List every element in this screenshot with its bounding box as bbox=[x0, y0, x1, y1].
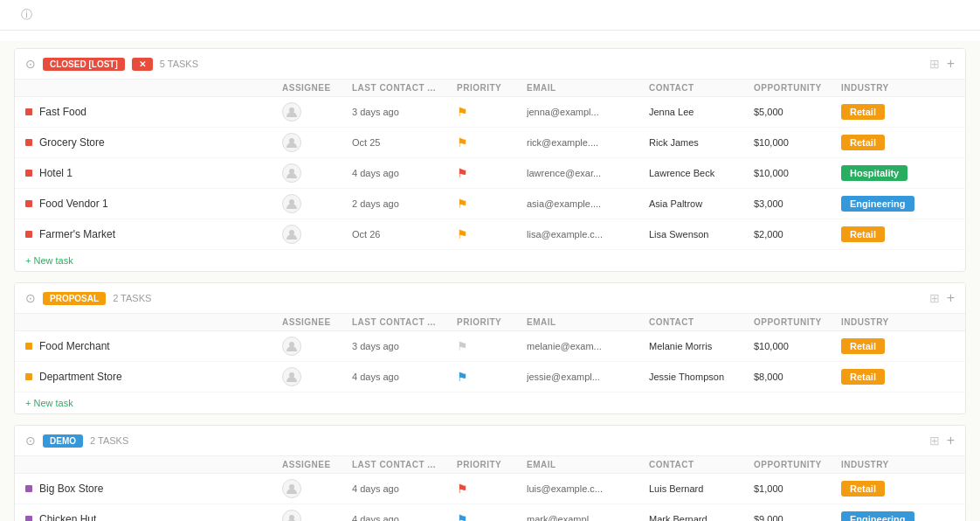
section-badge-demo: DEMO bbox=[43, 434, 83, 448]
email: jenna@exampl... bbox=[527, 107, 649, 117]
task-name: Food Merchant bbox=[25, 340, 282, 352]
last-contact: Oct 26 bbox=[352, 229, 457, 240]
assignee-avatar bbox=[282, 367, 301, 386]
priority-cell: ⚑ bbox=[457, 166, 527, 180]
priority-icon: ⚑ bbox=[457, 197, 468, 211]
opportunity: $9,000 bbox=[754, 514, 841, 521]
priority-cell: ⚑ bbox=[457, 197, 527, 211]
priority-icon: ⚑ bbox=[457, 482, 468, 496]
opportunity: $10,000 bbox=[754, 137, 841, 148]
section-header-proposal: ⊙ PROPOSAL ✕ 2 TASKS ⊞ + bbox=[15, 283, 965, 314]
col-industry: INDUSTRY bbox=[841, 460, 928, 469]
industry-tag: Retail bbox=[841, 226, 928, 242]
industry-tag: Retail bbox=[841, 369, 928, 385]
section-toggle-proposal[interactable]: ⊙ bbox=[25, 291, 36, 305]
industry-label: Retail bbox=[841, 481, 885, 497]
email: lisa@example.c... bbox=[527, 229, 649, 240]
columns-icon[interactable]: ⊞ bbox=[929, 291, 940, 305]
task-label: Fast Food bbox=[39, 106, 86, 118]
col-extra bbox=[928, 460, 955, 469]
priority-icon: ⚑ bbox=[457, 105, 468, 119]
assignee-avatar bbox=[282, 194, 301, 213]
col-email: EMAIL bbox=[527, 317, 649, 327]
assignee-avatar bbox=[282, 479, 301, 498]
task-dot bbox=[25, 373, 32, 380]
col-email: EMAIL bbox=[527, 460, 649, 469]
priority-icon: ⚑ bbox=[457, 512, 468, 521]
contact: Lisa Swenson bbox=[649, 229, 754, 240]
section-actions-proposal: ⊞ + bbox=[929, 290, 955, 306]
table-header: ASSIGNEELAST CONTACT ...PRIORITYEMAILCON… bbox=[15, 456, 965, 474]
section-header-closed-lost: ⊙ CLOSED [LOST] ✕ 5 TASKS ⊞ + bbox=[15, 49, 965, 80]
columns-icon[interactable]: ⊞ bbox=[929, 57, 940, 71]
add-icon[interactable]: + bbox=[947, 56, 955, 72]
email: asia@example.... bbox=[527, 198, 649, 209]
contact: Jenna Lee bbox=[649, 107, 754, 117]
col-assignee: ASSIGNEE bbox=[282, 83, 352, 93]
priority-icon: ⚑ bbox=[457, 227, 468, 241]
task-name: Department Store bbox=[25, 371, 282, 383]
last-contact: 4 days ago bbox=[352, 168, 457, 178]
section-tasks-demo: 2 TASKS bbox=[90, 435, 128, 446]
table-row[interactable]: Hotel 1 4 days ago ⚑ lawrence@exar... La… bbox=[15, 158, 965, 189]
email: melanie@exam... bbox=[527, 341, 649, 351]
task-name: Chicken Hut bbox=[25, 513, 282, 521]
col-last-contact-...: LAST CONTACT ... bbox=[352, 83, 457, 93]
add-icon[interactable]: + bbox=[947, 433, 955, 448]
task-label: Big Box Store bbox=[39, 483, 103, 495]
contact: Lawrence Beck bbox=[649, 168, 754, 178]
priority-icon: ⚑ bbox=[457, 370, 468, 384]
task-name: Hotel 1 bbox=[25, 167, 282, 179]
priority-cell: ⚑ bbox=[457, 227, 527, 241]
task-dot bbox=[25, 485, 32, 492]
table-row[interactable]: Farmer's Market Oct 26 ⚑ lisa@example.c.… bbox=[15, 219, 965, 250]
table-row[interactable]: Food Vendor 1 2 days ago ⚑ asia@example.… bbox=[15, 189, 965, 219]
priority-cell: ⚑ bbox=[457, 105, 527, 119]
industry-label: Retail bbox=[841, 369, 885, 385]
last-contact: 3 days ago bbox=[352, 341, 457, 351]
col-industry: INDUSTRY bbox=[841, 317, 928, 327]
task-dot bbox=[25, 231, 32, 238]
table-row[interactable]: Grocery Store Oct 25 ⚑ rick@example.... … bbox=[15, 128, 965, 158]
priority-cell: ⚑ bbox=[457, 482, 527, 496]
add-icon[interactable]: + bbox=[947, 290, 955, 306]
section-header-demo: ⊙ DEMO ✕ 2 TASKS ⊞ + bbox=[15, 426, 965, 456]
col-extra bbox=[928, 317, 955, 327]
industry-tag: Retail bbox=[841, 338, 928, 354]
task-label: Grocery Store bbox=[39, 136, 105, 149]
col-name bbox=[25, 317, 282, 327]
table-row[interactable]: Food Merchant 3 days ago ⚑ melanie@exam.… bbox=[15, 331, 965, 362]
new-task-row-proposal[interactable]: + New task bbox=[15, 392, 965, 413]
table-row[interactable]: Chicken Hut 4 days ago ⚑ mark@exampl... … bbox=[15, 504, 965, 521]
contact: Luis Bernard bbox=[649, 483, 754, 494]
priority-cell: ⚑ bbox=[457, 512, 527, 521]
email: mark@exampl... bbox=[527, 514, 649, 521]
email: rick@example.... bbox=[527, 137, 649, 148]
section-toggle-closed-lost[interactable]: ⊙ bbox=[25, 57, 36, 71]
priority-icon: ⚑ bbox=[457, 339, 468, 353]
task-name: Big Box Store bbox=[25, 483, 282, 495]
task-dot bbox=[25, 108, 32, 115]
task-dot bbox=[25, 200, 32, 207]
table-row[interactable]: Fast Food 3 days ago ⚑ jenna@exampl... J… bbox=[15, 97, 965, 128]
table-row[interactable]: Department Store 4 days ago ⚑ jessie@exa… bbox=[15, 362, 965, 392]
industry-tag: Engineering bbox=[841, 511, 928, 521]
main-content: ⊙ CLOSED [LOST] ✕ 5 TASKS ⊞ + ASSIGNEELA… bbox=[0, 41, 980, 521]
contact: Melanie Morris bbox=[649, 341, 754, 351]
col-industry: INDUSTRY bbox=[841, 83, 928, 93]
table-header: ASSIGNEELAST CONTACT ...PRIORITYEMAILCON… bbox=[15, 314, 965, 331]
industry-label: Hospitality bbox=[841, 165, 908, 181]
industry-label: Retail bbox=[841, 104, 885, 120]
table-row[interactable]: Big Box Store 4 days ago ⚑ luis@example.… bbox=[15, 474, 965, 504]
app-container: ⓘ ⊙ CLOSED [LOST] ✕ 5 TASKS ⊞ + ASSIGNEE… bbox=[0, 0, 980, 521]
assignee-avatar bbox=[282, 102, 301, 122]
section-toggle-demo[interactable]: ⊙ bbox=[25, 434, 36, 448]
task-dot bbox=[25, 139, 32, 146]
priority-cell: ⚑ bbox=[457, 370, 527, 384]
opportunity: $8,000 bbox=[754, 372, 841, 382]
last-contact: 4 days ago bbox=[352, 514, 457, 521]
columns-icon[interactable]: ⊞ bbox=[929, 434, 940, 448]
new-task-row-closed-lost[interactable]: + New task bbox=[15, 250, 965, 271]
person-icon bbox=[286, 228, 298, 240]
col-assignee: ASSIGNEE bbox=[282, 460, 352, 469]
